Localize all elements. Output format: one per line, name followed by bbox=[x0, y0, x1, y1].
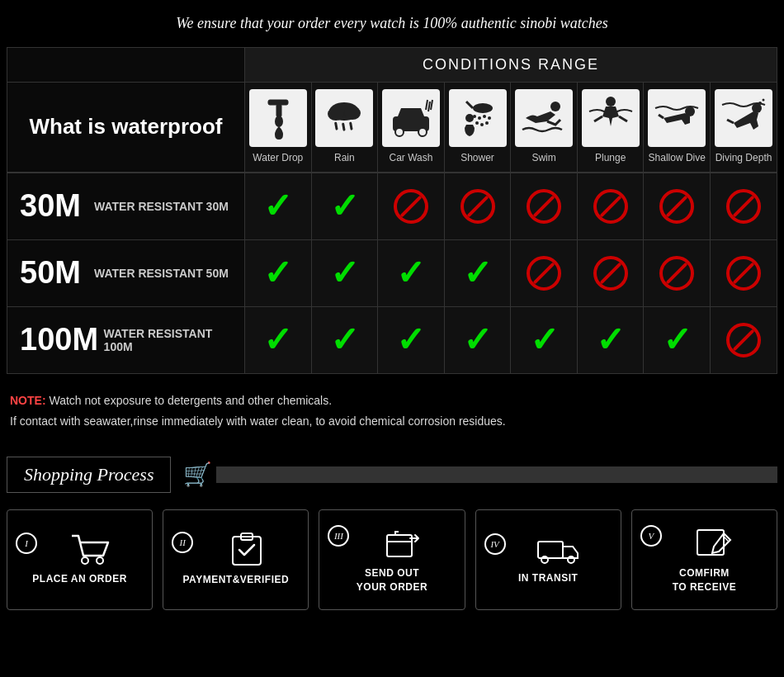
svg-point-5 bbox=[344, 107, 361, 120]
cell-30m-1: ✓ bbox=[312, 173, 379, 239]
car-wash-label: Car Wash bbox=[389, 152, 432, 165]
svg-line-14 bbox=[431, 100, 432, 110]
svg-point-18 bbox=[478, 116, 481, 120]
swim-label: Swim bbox=[531, 152, 555, 165]
cell-50m-1: ✓ bbox=[312, 240, 379, 306]
step-label-2: PAYMENT&VERIFIED bbox=[182, 573, 289, 587]
diving-depth-icon bbox=[715, 89, 772, 147]
svg-point-15 bbox=[473, 103, 493, 113]
step-place-order: I PLACE AN ORDER bbox=[7, 509, 153, 610]
water-drop-icon bbox=[249, 89, 307, 147]
data-cols-100m: ✓ ✓ ✓ ✓ ✓ ✓ ✓ bbox=[245, 307, 777, 373]
swim-icon bbox=[515, 89, 573, 147]
no-icon bbox=[527, 256, 561, 291]
row-100m: 100M WATER RESISTANT 100M ✓ ✓ ✓ ✓ ✓ ✓ ✓ bbox=[7, 306, 777, 373]
svg-point-21 bbox=[475, 121, 479, 125]
process-steps: I PLACE AN ORDER II bbox=[7, 509, 777, 627]
step-icon-area-4 bbox=[506, 533, 612, 565]
note-line2: If contact with seawater,rinse immediate… bbox=[10, 411, 774, 432]
step-label-3: SEND OUT YOUR ORDER bbox=[357, 566, 427, 594]
no-icon bbox=[726, 189, 761, 224]
resistance-text-30m: WATER RESISTANT 30M bbox=[94, 200, 229, 213]
no-icon bbox=[659, 256, 694, 291]
cell-50m-2: ✓ bbox=[378, 240, 445, 306]
cell-50m-7 bbox=[711, 240, 777, 306]
svg-rect-6 bbox=[334, 121, 338, 130]
svg-line-16 bbox=[466, 102, 473, 108]
cell-30m-0: ✓ bbox=[245, 173, 312, 239]
cell-50m-6 bbox=[644, 240, 711, 306]
col-water-drop: Water Drop bbox=[245, 83, 312, 172]
note-line1: NOTE: Watch not exposure to detergents a… bbox=[10, 391, 774, 411]
step-label-1: PLACE AN ORDER bbox=[32, 572, 127, 586]
clipboard-check-icon bbox=[226, 532, 267, 566]
step-number-5: V bbox=[640, 525, 662, 547]
resistance-cell-30m: 30M WATER RESISTANT 30M bbox=[7, 173, 245, 239]
svg-point-2 bbox=[275, 116, 283, 127]
waterproof-section: CONDITIONS RANGE What is waterproof bbox=[7, 47, 777, 374]
cell-100m-0: ✓ bbox=[245, 307, 312, 373]
step-icon-area-1 bbox=[37, 533, 144, 566]
col-swim: Swim bbox=[511, 83, 578, 172]
no-icon bbox=[394, 189, 428, 224]
step-number-3: III bbox=[328, 525, 349, 547]
cell-30m-6 bbox=[644, 173, 711, 239]
note-section: NOTE: Watch not exposure to detergents a… bbox=[0, 374, 784, 440]
note-label: NOTE: bbox=[10, 394, 46, 407]
svg-rect-7 bbox=[342, 122, 346, 130]
step-in-transit: IV IN TRANSIT bbox=[475, 509, 621, 610]
svg-point-25 bbox=[550, 102, 560, 111]
col-rain: Rain bbox=[312, 83, 379, 172]
car-wash-icon bbox=[382, 89, 440, 147]
cell-30m-4 bbox=[511, 173, 578, 239]
shower-label: Shower bbox=[460, 152, 494, 165]
plunge-icon bbox=[582, 89, 640, 147]
col-car-wash: Car Wash bbox=[378, 83, 445, 172]
resistance-level-100m: 100M bbox=[20, 322, 92, 357]
svg-point-10 bbox=[395, 128, 404, 136]
resistance-cell-50m: 50M WATER RESISTANT 50M bbox=[7, 240, 245, 306]
water-drop-label: Water Drop bbox=[253, 152, 303, 165]
svg-point-31 bbox=[82, 557, 88, 564]
col-shower: Shower bbox=[445, 83, 512, 172]
cell-30m-2 bbox=[378, 173, 445, 239]
shopping-section: Shopping Process 🛒 I PLACE AN ORDER bbox=[0, 457, 784, 627]
what-is-waterproof-label: What is waterproof bbox=[7, 83, 245, 172]
svg-point-24 bbox=[465, 114, 474, 122]
shallow-dive-label: Shallow Dive bbox=[649, 152, 706, 165]
step-label-5: COMFIRM TO RECEIVE bbox=[673, 566, 736, 594]
svg-line-13 bbox=[428, 102, 430, 111]
svg-rect-1 bbox=[276, 105, 281, 116]
svg-point-23 bbox=[485, 121, 489, 125]
svg-point-26 bbox=[606, 97, 616, 107]
svg-point-22 bbox=[480, 123, 484, 126]
resistance-cell-100m: 100M WATER RESISTANT 100M bbox=[7, 307, 245, 373]
col-plunge: Plunge bbox=[578, 83, 645, 172]
no-icon bbox=[527, 189, 561, 224]
no-icon bbox=[460, 189, 495, 224]
col-shallow-dive: Shallow Dive bbox=[644, 83, 711, 172]
row-50m: 50M WATER RESISTANT 50M ✓ ✓ ✓ ✓ bbox=[7, 239, 777, 306]
truck-icon bbox=[536, 533, 581, 565]
shopping-cart-icon: 🛒 bbox=[183, 461, 212, 488]
step-icon-area-2 bbox=[193, 532, 300, 566]
step-confirm: V COMFIRM TO RECEIVE bbox=[631, 509, 777, 610]
pen-check-icon bbox=[694, 525, 735, 560]
svg-rect-8 bbox=[349, 121, 353, 130]
step-number-4: IV bbox=[484, 533, 506, 555]
cell-100m-1: ✓ bbox=[312, 307, 379, 373]
no-icon bbox=[593, 256, 628, 291]
cell-100m-5: ✓ bbox=[578, 307, 645, 373]
svg-point-30 bbox=[763, 99, 765, 102]
cell-30m-7 bbox=[711, 173, 777, 239]
no-icon bbox=[659, 189, 694, 224]
svg-point-20 bbox=[488, 116, 491, 120]
data-cols-50m: ✓ ✓ ✓ ✓ bbox=[245, 240, 777, 306]
rain-label: Rain bbox=[334, 152, 355, 165]
cell-30m-5 bbox=[578, 173, 645, 239]
resistance-text-100m: WATER RESISTANT 100M bbox=[104, 327, 232, 353]
shopping-title: Shopping Process bbox=[7, 457, 171, 493]
step-label-4: IN TRANSIT bbox=[518, 571, 578, 585]
svg-rect-35 bbox=[387, 535, 412, 556]
resistance-level-50m: 50M bbox=[20, 255, 82, 291]
